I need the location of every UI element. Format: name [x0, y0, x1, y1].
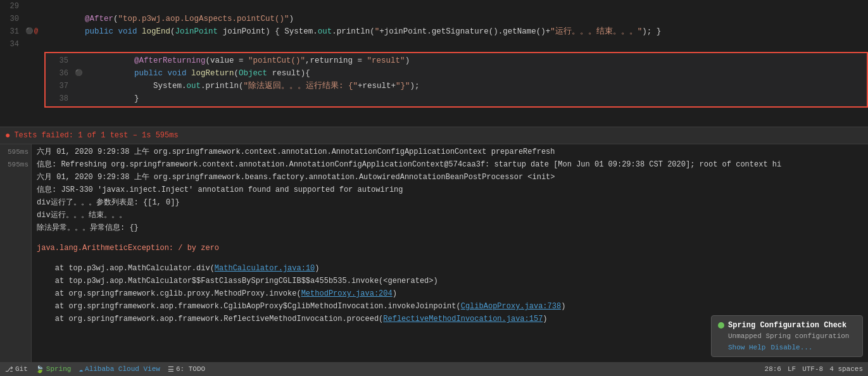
console-line-error: java.lang.ArithmeticException: / by zero — [32, 242, 868, 254]
show-help-link[interactable]: Show Help — [728, 344, 765, 351]
notification-popup: Spring Configuration Check Unmapped Spri… — [711, 315, 863, 357]
code-line-38: 38 } — [46, 92, 867, 105]
notif-actions: Show Help Disable... — [718, 344, 856, 351]
line-content-35: @AfterReturning(value = "pointCut()",ret… — [94, 54, 867, 67]
timing-panel: 595ms 595ms — [0, 144, 32, 376]
code-lines: 29 30 @After("top.p3wj.aop.LogAspects.po… — [0, 0, 868, 108]
status-todo[interactable]: ☰ 6: TODO — [168, 365, 205, 373]
status-alibaba[interactable]: ☁ Alibaba Cloud View — [79, 365, 160, 373]
code-line-30: 30 @After("top.p3wj.aop.LogAspects.point… — [0, 13, 868, 25]
notif-body: Unmapped Spring configuration — [718, 332, 856, 340]
timing-entry-1: 595ms — [0, 146, 31, 158]
line-content-30: @After("top.p3wj.aop.LogAspects.pointCut… — [44, 13, 868, 25]
timing-entry-2: 595ms — [0, 158, 31, 171]
console-line-stack-1: at top.p3wj.aop.MathCalculator.div(MathC… — [32, 262, 868, 275]
line-content-31: public void logEnd(JoinPoint joinPoint) … — [44, 25, 868, 38]
highlighted-block: 35 @AfterReturning(value = "pointCut()",… — [44, 52, 868, 108]
console-line-stack-4: at org.springframework.aop.framework.Cgl… — [32, 300, 868, 313]
console-blank-1 — [32, 234, 868, 242]
todo-icon: ☰ — [168, 365, 174, 373]
code-line-31: 31 ⚫ @ public void logEnd(JoinPoint join… — [0, 25, 868, 38]
editor-area: 29 30 @After("top.p3wj.aop.LogAspects.po… — [0, 0, 868, 127]
line-content-38: } — [94, 92, 867, 105]
spring-label: Spring — [46, 365, 72, 373]
git-label: Git — [15, 365, 28, 373]
line-num-31: 31 — [0, 25, 25, 38]
bottom-section: 595ms 595ms 六月 01, 2020 9:29:38 上午 org.s… — [0, 144, 868, 376]
disable-link[interactable]: Disable... — [771, 344, 812, 351]
main-window: 29 30 @After("top.p3wj.aop.LogAspects.po… — [0, 0, 868, 376]
status-lineend: LF — [788, 365, 796, 373]
status-git[interactable]: ⎇ Git — [5, 365, 28, 373]
console-line-1: 六月 01, 2020 9:29:38 上午 org.springframewo… — [32, 146, 868, 158]
bookmark-icon-31: @ — [34, 25, 38, 38]
debug-icon-31: ⚫ — [25, 25, 33, 38]
git-icon: ⎇ — [5, 365, 13, 373]
alibaba-label: Alibaba Cloud View — [85, 365, 160, 373]
line-num-38: 38 — [49, 92, 75, 105]
code-line-37: 37 System.out.println("除法返回。。。运行结果: {"+r… — [46, 80, 867, 92]
todo-label: 6: TODO — [176, 365, 205, 373]
spring-icon: 🍃 — [35, 365, 44, 373]
line-num-29: 29 — [0, 0, 25, 13]
status-right: 28:6 LF UTF-8 4 spaces — [765, 365, 863, 373]
console-line-stack-3: at org.springframework.cglib.proxy.Metho… — [32, 287, 868, 300]
code-line-29: 29 — [0, 0, 868, 13]
link-mathcalculator[interactable]: MathCalculator.java:10 — [215, 264, 315, 273]
line-num-35: 35 — [49, 54, 75, 67]
link-cglib[interactable]: CglibAopProxy.java:738 — [461, 302, 561, 311]
console-blank-2 — [32, 254, 868, 262]
status-spring[interactable]: 🍃 Spring — [35, 365, 72, 373]
test-bar: ● Tests failed: 1 of 1 test – 1s 595ms — [0, 127, 868, 144]
console-line-5: div运行了。。。参数列表是: {[1, 0]} — [32, 196, 868, 209]
console-line-7: 除法异常。。。异常信息: {} — [32, 222, 868, 234]
console-line-3: 六月 01, 2020 9:29:38 上午 org.springframewo… — [32, 171, 868, 184]
line-num-34: 34 — [0, 38, 25, 51]
console-line-stack-2: at top.p3wj.aop.MathCalculator$$FastClas… — [32, 275, 868, 287]
code-line-35: 35 @AfterReturning(value = "pointCut()",… — [46, 54, 867, 67]
status-encoding: UTF-8 — [802, 365, 823, 373]
alibaba-icon: ☁ — [79, 365, 83, 373]
console-line-4: 信息: JSR-330 'javax.inject.Inject' annota… — [32, 184, 868, 196]
line-num-30: 30 — [0, 13, 25, 25]
line-icons-31: ⚫ @ — [25, 25, 44, 38]
notif-title: Spring Configuration Check — [728, 321, 846, 330]
test-failed-text: Tests failed: 1 of 1 test – 1s 595ms — [14, 131, 178, 140]
line-content-37: System.out.println("除法返回。。。运行结果: {"+resu… — [94, 80, 867, 92]
line-num-36: 36 — [49, 67, 75, 80]
status-bar: ⎇ Git 🍃 Spring ☁ Alibaba Cloud View ☰ 6:… — [0, 362, 868, 376]
console-line-6: div运行。。。结束。。。 — [32, 209, 868, 222]
line-num-37: 37 — [49, 80, 75, 92]
code-line-34: 34 — [0, 38, 868, 51]
status-indent: 4 spaces — [829, 365, 863, 373]
status-position: 28:6 — [765, 365, 781, 373]
link-reflective[interactable]: ReflectiveMethodInvocation.java:157 — [383, 315, 543, 323]
link-methodproxy[interactable]: MethodProxy.java:204 — [301, 289, 393, 298]
console-line-2: 信息: Refreshing org.springframework.conte… — [32, 158, 868, 171]
debug-icon-36: ⚫ — [75, 67, 82, 80]
code-line-36: 36 ⚫ public void logReturn(Object result… — [46, 67, 867, 80]
notif-dot — [718, 322, 724, 329]
line-content-36: public void logReturn(Object result){ — [94, 67, 867, 80]
line-icons-36: ⚫ — [75, 67, 94, 80]
test-failed-icon: ● — [5, 130, 10, 141]
notif-header: Spring Configuration Check — [718, 321, 856, 330]
